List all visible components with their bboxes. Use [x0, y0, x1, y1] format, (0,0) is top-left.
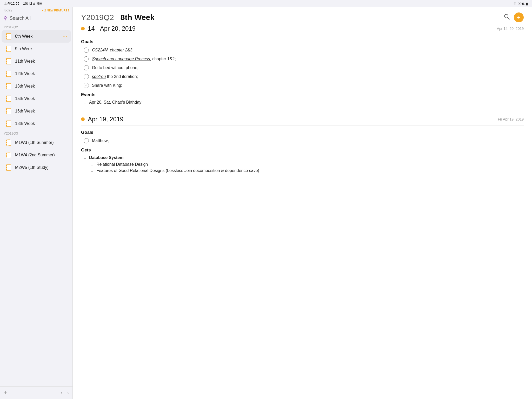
gets-item: – Database System — [84, 155, 524, 161]
today-row: Today ♥ 2 NEW FEATURES — [0, 7, 72, 13]
main-header: Y2019Q2 8th Week + — [73, 7, 532, 25]
svg-rect-32 — [6, 140, 11, 145]
notebook-icon — [5, 33, 12, 40]
svg-rect-21 — [6, 96, 7, 97]
item-label: 11th Week — [15, 59, 67, 64]
goal-checkbox-done[interactable] — [84, 83, 89, 88]
event-dash: – — [84, 101, 86, 105]
goal-checkbox[interactable] — [84, 138, 89, 143]
entry-date-range: Apr 14–20, 2019 — [497, 26, 524, 31]
svg-rect-6 — [6, 48, 7, 49]
item-label: 18th Week — [15, 121, 67, 126]
sidebar-item-11th-week[interactable]: 11th Week — [2, 55, 71, 68]
item-label: M1W4 (2nd Summer) — [15, 153, 67, 157]
gets-sub-text: Features of Good Relational Designs (Los… — [96, 168, 259, 173]
item-label: 13th Week — [15, 84, 67, 89]
svg-rect-35 — [6, 144, 7, 145]
search-action-icon[interactable] — [504, 14, 510, 21]
notebook-icon — [5, 108, 12, 115]
goal-item: Matthew; — [84, 138, 524, 144]
gets-sub-dash: – — [91, 169, 93, 174]
add-action-button[interactable]: + — [514, 12, 524, 22]
svg-rect-17 — [6, 84, 7, 85]
item-label: M1W3 (1th Summer) — [15, 140, 67, 145]
item-label: 16th Week — [15, 109, 67, 114]
add-icon: + — [517, 14, 521, 21]
sidebar-item-m2w5[interactable]: M2W5 (1th Study) — [2, 161, 71, 174]
svg-rect-15 — [6, 75, 7, 76]
day-entry: Apr 19, 2019 Fri Apr 19, 2019 Goals Matt… — [81, 116, 524, 174]
svg-rect-7 — [6, 50, 7, 51]
event-item: – Apr 20, Sat, Chao's Birthday — [84, 100, 524, 105]
status-time: 上午12:55 — [4, 2, 19, 5]
new-features-badge[interactable]: ♥ 2 NEW FEATURES — [42, 9, 69, 12]
svg-rect-0 — [6, 34, 11, 39]
goal-list: CS224N, chapter 2&3; Speech and Language… — [84, 47, 524, 89]
notebook-icon — [5, 139, 12, 146]
sidebar-item-18th-week[interactable]: 18th Week — [2, 117, 71, 130]
item-label: M2W5 (1th Study) — [15, 165, 67, 170]
status-date: 10月2日周三 — [23, 2, 42, 5]
nav-forward-button[interactable]: › — [67, 390, 69, 396]
svg-rect-40 — [6, 165, 11, 170]
sidebar-item-12th-week[interactable]: 12th Week — [2, 68, 71, 80]
dot-orange — [81, 27, 85, 30]
event-text: Apr 20, Sat, Chao's Birthday — [89, 100, 141, 105]
goal-checkbox[interactable] — [84, 65, 89, 70]
sidebar-item-13th-week[interactable]: 13th Week — [2, 80, 71, 92]
goal-checkbox[interactable] — [84, 56, 89, 62]
notebook-icon — [5, 164, 12, 171]
svg-rect-12 — [6, 71, 11, 77]
battery-percent: 90% — [518, 2, 524, 6]
add-button[interactable]: + — [4, 389, 7, 396]
entry-header: 14 - Apr 20, 2019 Apr 14–20, 2019 — [81, 25, 524, 35]
item-dots[interactable]: ··· — [63, 34, 67, 39]
sidebar-item-8th-week[interactable]: 8th Week ··· — [2, 30, 71, 43]
goal-item: seeYou the 2nd iteration; — [84, 74, 524, 80]
svg-rect-11 — [6, 63, 7, 64]
svg-rect-29 — [6, 121, 7, 122]
main-scroll[interactable]: 14 - Apr 20, 2019 Apr 14–20, 2019 Goals … — [73, 25, 532, 399]
section-label-q3: Y2019Q3 — [0, 130, 72, 136]
today-label: Today — [3, 8, 12, 12]
svg-rect-26 — [6, 111, 7, 112]
svg-rect-16 — [6, 83, 11, 89]
sidebar: Today ♥ 2 NEW FEATURES ⚲ Search All Y201… — [0, 7, 73, 399]
dot-orange — [81, 117, 85, 121]
entry-title-row: Apr 19, 2019 — [81, 116, 123, 123]
goal-text: Go to bed without phone; — [92, 65, 138, 71]
week-entry: 14 - Apr 20, 2019 Apr 14–20, 2019 Goals … — [81, 25, 524, 105]
item-label: 8th Week — [15, 34, 60, 39]
goal-item: Share with King; — [84, 82, 524, 89]
item-label: 15th Week — [15, 96, 67, 101]
svg-rect-19 — [6, 88, 7, 89]
sidebar-item-9th-week[interactable]: 9th Week — [2, 43, 71, 55]
svg-line-45 — [508, 18, 510, 19]
svg-rect-3 — [6, 38, 7, 39]
sidebar-item-m1w4[interactable]: M1W4 (2nd Summer) — [2, 149, 71, 161]
search-all-label: Search All — [10, 16, 31, 21]
goals-heading: Goals — [81, 39, 524, 44]
app-container: Today ♥ 2 NEW FEATURES ⚲ Search All Y201… — [0, 7, 532, 399]
svg-rect-9 — [6, 59, 7, 60]
title-quarter: Y2019Q2 — [81, 13, 114, 22]
item-label: 9th Week — [15, 46, 67, 51]
svg-rect-1 — [6, 34, 7, 35]
gets-dash: – — [84, 156, 86, 161]
notebook-icon — [5, 151, 12, 159]
svg-rect-36 — [6, 152, 11, 158]
goal-text: Matthew; — [92, 138, 109, 144]
sidebar-item-15th-week[interactable]: 15th Week — [2, 92, 71, 105]
svg-rect-14 — [6, 73, 7, 74]
goal-checkbox[interactable] — [84, 48, 89, 53]
search-bar[interactable]: ⚲ Search All — [0, 13, 72, 24]
notebook-icon — [5, 70, 12, 77]
svg-rect-10 — [6, 61, 7, 62]
sidebar-item-16th-week[interactable]: 16th Week — [2, 105, 71, 117]
nav-buttons: ‹ › — [61, 390, 69, 396]
svg-rect-5 — [6, 46, 7, 48]
sidebar-item-m1w3[interactable]: M1W3 (1th Summer) — [2, 136, 71, 149]
nav-back-button[interactable]: ‹ — [61, 390, 62, 396]
goal-list-2: Matthew; — [84, 138, 524, 144]
goal-checkbox[interactable] — [84, 74, 89, 79]
